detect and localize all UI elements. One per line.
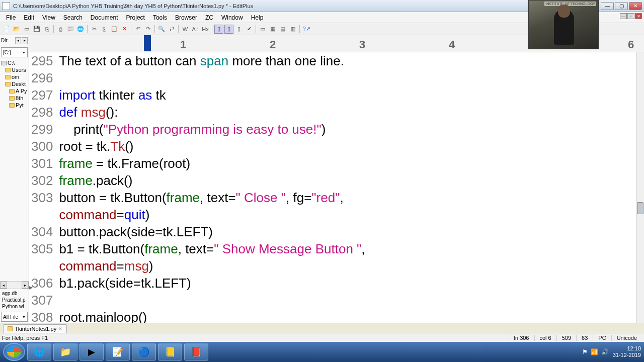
folder-tree[interactable]: C:\UsersomDesktA Py8thPyt: [0, 58, 29, 281]
tray-network-icon[interactable]: 📶: [591, 348, 598, 355]
mdi-restore-button[interactable]: ▫: [627, 13, 634, 19]
system-tray[interactable]: ⚑ 📶 🔊 12:10 31-12-2019: [582, 345, 641, 358]
code-line[interactable]: [59, 69, 644, 86]
code-text[interactable]: The text of a button can span more than …: [57, 52, 644, 323]
open-file-icon[interactable]: 📂: [12, 25, 21, 34]
file-item[interactable]: Python wi: [1, 303, 28, 310]
code-line[interactable]: command=msg): [59, 257, 644, 275]
scroll-left-button[interactable]: ◂: [0, 282, 7, 289]
cut-icon[interactable]: ✂: [90, 25, 99, 34]
code-line[interactable]: button = tk.Button(frame, text=" Close "…: [59, 189, 644, 206]
delete-icon[interactable]: ✕: [120, 25, 129, 34]
code-line[interactable]: [59, 292, 644, 309]
menu-project[interactable]: Project: [122, 13, 149, 22]
paste-icon[interactable]: 📋: [110, 25, 119, 34]
menu-file[interactable]: File: [2, 13, 20, 22]
win3-icon[interactable]: ▤: [278, 25, 287, 34]
menu-help[interactable]: Help: [247, 13, 268, 22]
win1-icon[interactable]: ▭: [258, 25, 267, 34]
new-file-icon[interactable]: 📄: [2, 25, 11, 34]
task-chrome[interactable]: 🔵: [132, 343, 156, 360]
code-line[interactable]: print("Python programming is easy to use…: [59, 121, 644, 138]
copy-icon[interactable]: ⎘: [100, 25, 109, 34]
task-media[interactable]: ▶: [79, 343, 104, 360]
vertical-scrollbar[interactable]: [636, 52, 644, 323]
find-icon[interactable]: 🔍: [157, 25, 166, 34]
col1-icon[interactable]: ▯: [214, 25, 223, 34]
preview-icon[interactable]: 📰: [66, 25, 75, 34]
help-icon[interactable]: ?↗: [302, 25, 311, 34]
tree-item[interactable]: Deskt: [1, 80, 28, 87]
wordwrap-icon[interactable]: W: [181, 25, 190, 34]
code-line[interactable]: b1 = tk.Button(frame, text=" Show Messag…: [59, 240, 644, 257]
mdi-minimize-button[interactable]: —: [620, 13, 627, 19]
menu-search[interactable]: Search: [59, 13, 87, 22]
task-notes[interactable]: 📒: [158, 343, 182, 360]
start-button[interactable]: [3, 343, 25, 361]
font-a-icon[interactable]: A↕: [191, 25, 200, 34]
code-line[interactable]: import tkinter as tk: [59, 86, 644, 104]
code-line[interactable]: The text of a button can span more than …: [59, 52, 644, 69]
code-line[interactable]: b1.pack(side=tk.LEFT): [59, 275, 644, 292]
drive-select[interactable]: [C:]: [1, 47, 28, 57]
col2-icon[interactable]: ▯: [224, 25, 233, 34]
code-line[interactable]: frame = tk.Frame(root): [59, 155, 644, 172]
sidebar-next-button[interactable]: ▸: [22, 37, 28, 44]
code-line[interactable]: root.mainloop(): [59, 309, 644, 323]
menu-edit[interactable]: Edit: [20, 13, 38, 22]
task-explorer[interactable]: 📁: [53, 343, 77, 360]
print-icon[interactable]: ⎙: [56, 25, 65, 34]
tree-item[interactable]: Pyt: [1, 102, 28, 109]
tray-volume-icon[interactable]: 🔊: [601, 348, 609, 355]
code-line[interactable]: def msg():: [59, 104, 644, 121]
win4-icon[interactable]: ▥: [288, 25, 297, 34]
menu-window[interactable]: Window: [217, 13, 247, 22]
file-list[interactable]: agp.dbPractical.pPython wi: [0, 289, 29, 311]
hex-icon[interactable]: Hx: [201, 25, 210, 34]
menu-document[interactable]: Document: [87, 13, 122, 22]
tray-flag-icon[interactable]: ⚑: [582, 348, 588, 355]
redo-icon[interactable]: ↷: [143, 25, 152, 34]
win2-icon[interactable]: ▦: [268, 25, 277, 34]
tray-clock[interactable]: 12:10 31-12-2019: [613, 345, 641, 358]
minimize-button[interactable]: —: [601, 2, 614, 10]
tab-close-icon[interactable]: ✕: [58, 326, 62, 331]
tree-item[interactable]: A Py: [1, 87, 28, 95]
code-editor[interactable]: 2952962972982993003013023033043053063073…: [29, 52, 644, 323]
save-icon[interactable]: 💾: [32, 25, 41, 34]
scroll-right-button[interactable]: ▸: [22, 282, 29, 289]
code-line[interactable]: button.pack(side=tk.LEFT): [59, 223, 644, 240]
col3-icon[interactable]: ▯: [234, 25, 244, 34]
file-item[interactable]: agp.db: [1, 290, 28, 297]
sidebar-prev-button[interactable]: ◂: [15, 37, 21, 44]
code-line[interactable]: frame.pack(): [59, 172, 644, 189]
tree-item[interactable]: Users: [1, 66, 28, 73]
menu-view[interactable]: View: [38, 13, 59, 22]
undo-icon[interactable]: ↶: [133, 25, 142, 34]
close-button[interactable]: ✕: [629, 2, 642, 10]
scrollbar-thumb[interactable]: [637, 202, 643, 214]
menu-zc[interactable]: ZC: [201, 13, 217, 22]
tree-item[interactable]: 8th: [1, 95, 28, 102]
maximize-button[interactable]: ▢: [615, 2, 628, 10]
gutter-line: 305: [31, 240, 53, 257]
mdi-close-button[interactable]: ✕: [635, 13, 642, 19]
menu-tools[interactable]: Tools: [149, 13, 171, 22]
tab-tkinternotes[interactable]: TkinterNotes1.py ✕: [3, 324, 67, 333]
tree-item[interactable]: C:\: [1, 59, 28, 66]
task-sublime[interactable]: 📝: [106, 343, 130, 360]
tree-item[interactable]: om: [1, 73, 28, 80]
task-ie[interactable]: 🌐: [27, 343, 51, 360]
scroll-track[interactable]: [7, 282, 22, 289]
browser-icon[interactable]: 🌐: [76, 25, 85, 34]
save-all-icon[interactable]: ⎘: [42, 25, 51, 34]
code-line[interactable]: root = tk.Tk(): [59, 138, 644, 155]
task-editplus[interactable]: 📕: [184, 343, 208, 360]
file-item[interactable]: Practical.p: [1, 297, 28, 303]
doc-icon[interactable]: ▭: [22, 25, 31, 34]
check-icon[interactable]: ✔: [245, 25, 254, 34]
filter-select[interactable]: All File: [1, 312, 28, 322]
code-line[interactable]: command=quit): [59, 206, 644, 223]
menu-browser[interactable]: Browser: [171, 13, 201, 22]
replace-icon[interactable]: ⇄: [167, 25, 176, 34]
